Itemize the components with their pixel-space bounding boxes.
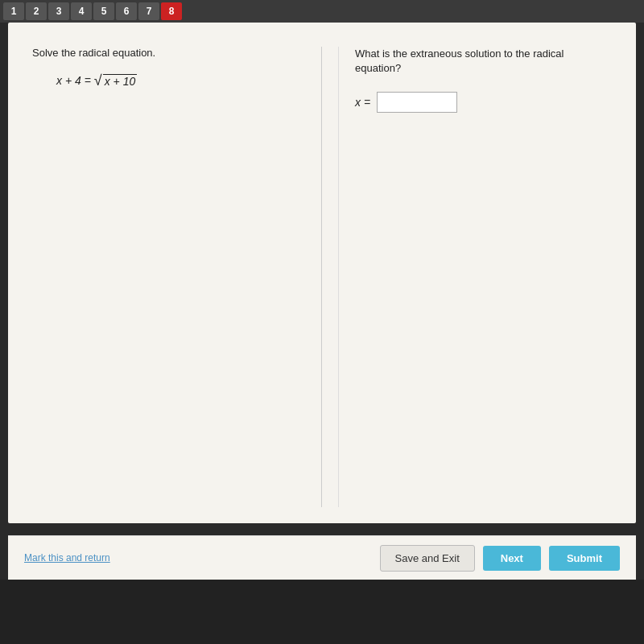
radical-content: x + 10: [103, 74, 138, 88]
left-instruction: Solve the radical equation.: [32, 47, 281, 59]
action-bar: Mark this and return Save and Exit Next …: [8, 535, 636, 580]
quiz-area: Solve the radical equation. x + 4 = √ x …: [8, 23, 636, 523]
save-exit-button[interactable]: Save and Exit: [380, 545, 475, 572]
mark-return-link[interactable]: Mark this and return: [24, 552, 110, 564]
submit-button[interactable]: Submit: [549, 546, 620, 571]
screen-container: 1 2 3 4 5 6 7 8 Solve the radical equati…: [0, 0, 644, 644]
radical-symbol: √: [94, 73, 102, 88]
nav-btn-6[interactable]: 6: [116, 2, 137, 20]
answer-input[interactable]: [377, 92, 457, 113]
radical-expression: √ x + 10: [94, 73, 137, 88]
nav-btn-8[interactable]: 8: [161, 2, 182, 20]
nav-btn-3[interactable]: 3: [48, 2, 69, 20]
nav-btn-2[interactable]: 2: [26, 2, 47, 20]
nav-btn-1[interactable]: 1: [3, 2, 24, 20]
right-panel: What is the extraneous solution to the r…: [338, 47, 604, 507]
action-buttons: Save and Exit Next Submit: [380, 545, 620, 572]
equation-display: x + 4 = √ x + 10: [56, 73, 281, 88]
equation-text: x + 4 =: [56, 74, 91, 87]
dark-bottom-area: [0, 580, 644, 644]
next-button[interactable]: Next: [483, 546, 541, 571]
nav-btn-5[interactable]: 5: [93, 2, 114, 20]
answer-row: x =: [355, 92, 604, 113]
left-panel: Solve the radical equation. x + 4 = √ x …: [32, 47, 305, 507]
nav-btn-7[interactable]: 7: [138, 2, 159, 20]
nav-btn-4[interactable]: 4: [71, 2, 92, 20]
panel-divider: [321, 47, 322, 507]
top-navigation: 1 2 3 4 5 6 7 8: [0, 0, 644, 23]
answer-label: x =: [355, 96, 370, 109]
right-question: What is the extraneous solution to the r…: [355, 47, 604, 76]
